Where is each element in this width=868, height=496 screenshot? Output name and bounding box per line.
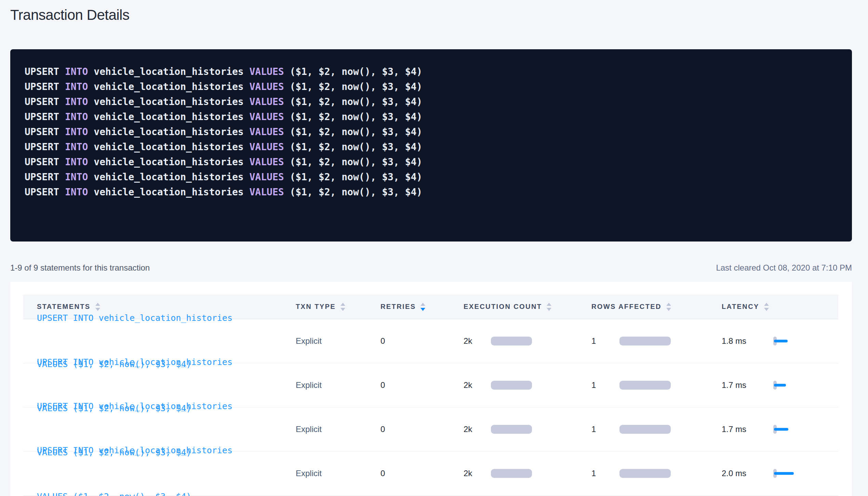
statements-table: Statements Txn Type Retries Execution Co… [23, 295, 838, 496]
retries-cell: 0 [380, 469, 464, 478]
statement-link[interactable]: UPSERT INTO vehicle_location_histories V… [37, 412, 232, 496]
sort-asc-icon [764, 303, 769, 306]
sql-code-line: UPSERT INTO vehicle_location_histories V… [25, 109, 842, 125]
retries-value: 0 [380, 425, 385, 434]
execution-count-bar [491, 469, 532, 478]
rows-affected-value: 1 [591, 469, 619, 478]
sql-code-line: UPSERT INTO vehicle_location_histories V… [25, 94, 842, 109]
execution-count-cell: 2k [464, 336, 591, 346]
sort-desc-icon [420, 308, 425, 311]
txn-type-cell: Explicit [296, 336, 380, 346]
rows-affected-value: 1 [591, 380, 619, 390]
execution-count-value: 2k [464, 469, 491, 478]
rows-affected-value: 1 [591, 336, 619, 346]
sql-code-line: UPSERT INTO vehicle_location_histories V… [25, 170, 842, 185]
statements-count-summary: 1-9 of 9 statements for this transaction [10, 263, 150, 273]
latency-value: 1.7 ms [722, 380, 773, 390]
execution-count-bar [491, 425, 532, 434]
statements-table-card: Statements Txn Type Retries Execution Co… [10, 282, 852, 496]
sort-arrows-icon [340, 303, 345, 311]
rows-affected-cell: 1 [591, 469, 722, 478]
sql-code-line: UPSERT INTO vehicle_location_histories V… [25, 64, 842, 79]
rows-affected-cell: 1 [591, 380, 722, 390]
execution-count-value: 2k [464, 380, 491, 390]
latency-value: 1.7 ms [722, 425, 773, 434]
txn-type-value: Explicit [296, 336, 322, 346]
execution-count-bar [491, 381, 532, 390]
latency-bar-chart [773, 424, 797, 434]
sql-code-line: UPSERT INTO vehicle_location_histories V… [25, 185, 842, 200]
txn-type-value: Explicit [296, 425, 322, 434]
txn-type-cell: Explicit [296, 469, 380, 478]
sort-desc-icon [340, 308, 345, 311]
execution-count-cell: 2k [464, 469, 591, 478]
latency-cell: 2.0 ms [722, 468, 838, 479]
retries-value: 0 [380, 469, 385, 478]
table-body: UPSERT INTO vehicle_location_histories V… [23, 319, 838, 496]
rows-affected-bar [619, 469, 671, 478]
latency-value: 1.8 ms [722, 336, 773, 346]
latency-value: 2.0 ms [722, 469, 773, 478]
table-summary-row: 1-9 of 9 statements for this transaction… [10, 263, 852, 273]
latency-cell: 1.8 ms [722, 336, 838, 346]
latency-bar [774, 472, 794, 475]
sort-asc-icon [666, 303, 671, 306]
sort-desc-icon [547, 308, 551, 311]
sort-desc-icon [764, 308, 769, 311]
rows-affected-bar [619, 425, 671, 434]
retries-cell: 0 [380, 336, 464, 346]
rows-affected-bar [619, 381, 671, 390]
sql-code-line: UPSERT INTO vehicle_location_histories V… [25, 125, 842, 140]
latency-bar-chart [773, 468, 797, 479]
table-row: UPSERT INTO vehicle_location_histories V… [23, 452, 838, 496]
latency-bar [774, 340, 788, 342]
execution-count-value: 2k [464, 336, 491, 346]
sort-asc-icon [547, 303, 551, 306]
execution-count-value: 2k [464, 425, 491, 434]
rows-affected-cell: 1 [591, 425, 722, 434]
execution-count-cell: 2k [464, 380, 591, 390]
sql-code-line: UPSERT INTO vehicle_location_histories V… [25, 140, 842, 155]
last-cleared-timestamp: Last cleared Oct 08, 2020 at 7:10 PM [716, 263, 852, 273]
latency-bar [774, 428, 788, 431]
sql-code-line: UPSERT INTO vehicle_location_histories V… [25, 79, 842, 94]
txn-type-cell: Explicit [296, 425, 380, 434]
column-header-rows-affected[interactable]: Rows Affected [591, 303, 722, 311]
execution-count-bar [491, 337, 532, 345]
sort-arrows-icon [547, 303, 551, 311]
rows-affected-cell: 1 [591, 336, 722, 346]
sort-arrows-icon [666, 303, 671, 311]
rows-affected-value: 1 [591, 425, 619, 434]
transaction-sql-box: UPSERT INTO vehicle_location_histories V… [10, 49, 852, 242]
txn-type-value: Explicit [296, 469, 322, 478]
statement-cell: UPSERT INTO vehicle_location_histories V… [23, 412, 296, 496]
sort-arrows-icon [420, 303, 425, 311]
execution-count-cell: 2k [464, 425, 591, 434]
rows-affected-bar [619, 337, 671, 345]
sql-code-line: UPSERT INTO vehicle_location_histories V… [25, 155, 842, 170]
latency-cell: 1.7 ms [722, 424, 838, 434]
sort-desc-icon [666, 308, 671, 311]
latency-cell: 1.7 ms [722, 380, 838, 390]
column-header-retries[interactable]: Retries [380, 303, 464, 311]
sort-arrows-icon [764, 303, 769, 311]
retries-value: 0 [380, 336, 385, 346]
column-header-txn-type[interactable]: Txn Type [296, 303, 380, 311]
sort-asc-icon [340, 303, 345, 306]
retries-value: 0 [380, 380, 385, 390]
txn-type-value: Explicit [296, 380, 322, 390]
latency-bar-chart [773, 380, 797, 390]
latency-bar [774, 384, 786, 387]
transaction-details-page: Transaction Details UPSERT INTO vehicle_… [0, 0, 868, 496]
latency-bar-chart [773, 336, 797, 346]
sort-asc-icon [420, 303, 425, 306]
txn-type-cell: Explicit [296, 380, 380, 390]
page-title: Transaction Details [10, 0, 852, 23]
column-header-latency[interactable]: Latency [722, 303, 838, 311]
retries-cell: 0 [380, 380, 464, 390]
retries-cell: 0 [380, 425, 464, 434]
column-header-execution-count[interactable]: Execution Count [464, 303, 591, 311]
